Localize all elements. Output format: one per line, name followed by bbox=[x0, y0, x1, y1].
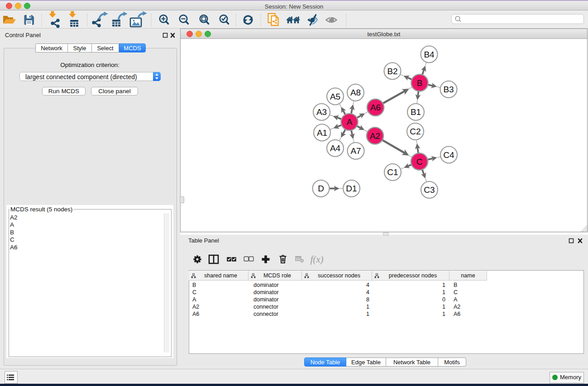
svg-text:C4: C4 bbox=[443, 150, 454, 160]
svg-text:A4: A4 bbox=[330, 143, 341, 153]
svg-text:A2: A2 bbox=[370, 131, 380, 141]
svg-text:D: D bbox=[318, 184, 324, 193]
svg-text:B4: B4 bbox=[424, 50, 435, 59]
svg-text:B: B bbox=[417, 78, 423, 88]
svg-text:C2: C2 bbox=[410, 127, 421, 136]
svg-text:B2: B2 bbox=[387, 67, 397, 76]
svg-text:B3: B3 bbox=[443, 85, 454, 94]
svg-text:C: C bbox=[416, 157, 423, 167]
svg-text:A5: A5 bbox=[330, 92, 340, 101]
svg-text:C1: C1 bbox=[387, 167, 398, 177]
svg-text:f(x): f(x) bbox=[310, 254, 323, 265]
svg-text:A3: A3 bbox=[316, 107, 327, 117]
svg-text:B1: B1 bbox=[411, 107, 421, 117]
svg-text:A7: A7 bbox=[350, 146, 361, 156]
svg-text:D1: D1 bbox=[346, 184, 357, 193]
svg-text:A1: A1 bbox=[317, 128, 327, 138]
svg-text:A6: A6 bbox=[370, 103, 381, 112]
svg-text:A8: A8 bbox=[350, 88, 361, 97]
svg-text:A: A bbox=[347, 117, 353, 127]
svg-text:C3: C3 bbox=[424, 185, 435, 195]
